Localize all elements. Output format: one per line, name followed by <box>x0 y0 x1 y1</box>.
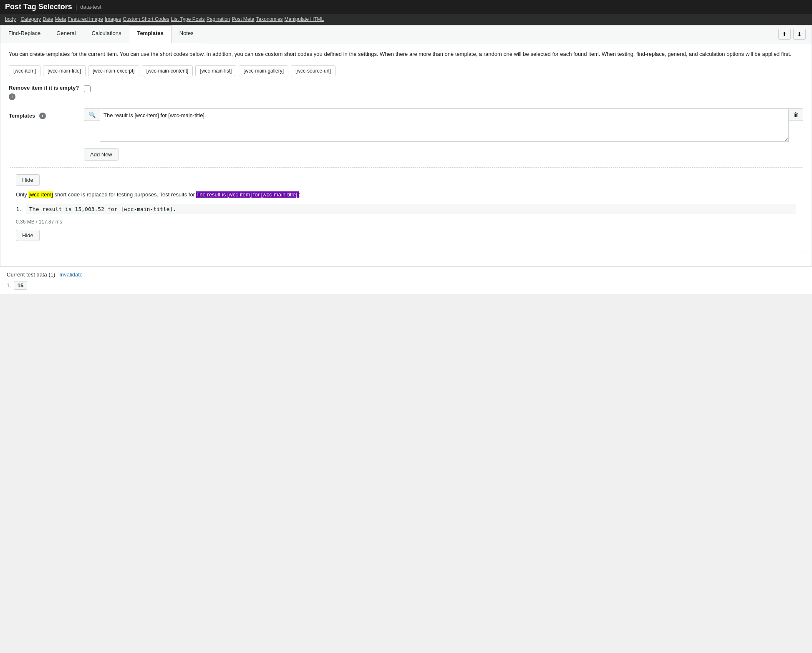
nav-featured-image[interactable]: Featured Image <box>68 16 103 23</box>
shortcode-wcc-main-excerpt[interactable]: [wcc-main-excerpt] <box>88 65 139 76</box>
templates-label-col: Templates i <box>9 108 84 119</box>
test-metrics: 0.36 MB / 117.87 ms <box>16 219 796 225</box>
separator: | <box>76 4 77 10</box>
template-search-button[interactable]: 🔍 <box>84 108 100 121</box>
invalidate-link[interactable]: Invalidate <box>59 271 83 278</box>
tab-calculations[interactable]: Calculations <box>84 25 129 43</box>
test-description: Only [wcc-item] short code is replaced f… <box>16 191 796 199</box>
page-title: Post Tag Selectors <box>5 3 72 11</box>
add-new-button[interactable]: Add New <box>84 148 119 161</box>
tab-notes[interactable]: Notes <box>171 25 202 43</box>
test-desc-before: Only <box>16 191 28 198</box>
main-container: Find-Replace General Calculations Templa… <box>0 25 812 267</box>
test-box: Hide Only [wcc-item] short code is repla… <box>9 167 803 253</box>
remove-item-info-icon[interactable]: i <box>9 93 15 100</box>
templates-row: Templates i 🔍 The result is [wcc-item] f… <box>9 108 803 142</box>
remove-item-row: Remove item if it is empty? i <box>9 85 803 100</box>
upload-icon-button[interactable]: ⬆ <box>778 29 791 40</box>
nav-pagination[interactable]: Pagination <box>207 16 230 23</box>
current-test-data-label: Current test data (1) <box>7 271 55 278</box>
shortcode-wcc-main-title[interactable]: [wcc-main-title] <box>43 65 86 76</box>
hide-button-bottom[interactable]: Hide <box>16 230 40 241</box>
nav-images[interactable]: Images <box>105 16 121 23</box>
nav-list-type-posts[interactable]: List Type Posts <box>171 16 205 23</box>
templates-info-icon[interactable]: i <box>39 113 46 119</box>
content-area: You can create templates for the current… <box>0 43 812 266</box>
shortcode-wcc-source-url[interactable]: [wcc-source-url] <box>291 65 335 76</box>
shortcode-wcc-main-gallery[interactable]: [wcc-main-gallery] <box>239 65 288 76</box>
download-icon-button[interactable]: ⬇ <box>793 29 806 40</box>
tab-icons: ⬆ ⬇ <box>772 25 812 43</box>
page-subtitle: data-test <box>80 4 101 10</box>
tabs: Find-Replace General Calculations Templa… <box>0 25 812 43</box>
test-result-list: The result is 15,003.52 for [wcc-main-ti… <box>16 204 796 214</box>
test-shortcode-highlight: [wcc-item] <box>28 191 53 198</box>
test-data-row: 1. 15 <box>7 281 83 290</box>
shortcode-buttons: [wcc-item] [wcc-main-title] [wcc-main-ex… <box>9 65 803 76</box>
test-result-item: The result is 15,003.52 for [wcc-main-ti… <box>26 204 796 214</box>
nav-category[interactable]: Category <box>20 16 41 23</box>
test-data-number: 1. <box>7 282 11 289</box>
templates-content: 🔍 The result is [wcc-item] for [wcc-main… <box>84 108 803 142</box>
nav-date[interactable]: Date <box>43 16 53 23</box>
template-delete-button[interactable]: 🗑 <box>789 108 803 121</box>
nav-post-meta[interactable]: Post Meta <box>232 16 255 23</box>
shortcode-wcc-main-content[interactable]: [wcc-main-content] <box>142 65 193 76</box>
test-data-value: 15 <box>14 281 27 290</box>
test-result-highlight: The result is [wcc-item] for [wcc-main-t… <box>196 191 299 198</box>
nav-taxonomies[interactable]: Taxonomies <box>256 16 283 23</box>
shortcode-wcc-main-list[interactable]: [wcc-main-list] <box>195 65 236 76</box>
remove-item-checkbox[interactable] <box>84 85 91 92</box>
test-desc-after: : <box>299 191 300 198</box>
remove-item-label: Remove item if it is empty? <box>9 85 79 91</box>
hide-button-top[interactable]: Hide <box>16 174 40 186</box>
tab-templates[interactable]: Templates <box>129 25 171 43</box>
nav-custom-short-codes[interactable]: Custom Short Codes <box>123 16 169 23</box>
top-bar: Post Tag Selectors | data-test <box>0 0 812 14</box>
bottom-bar-content: Current test data (1) Invalidate 1. 15 <box>7 271 83 290</box>
nav-bar: body | Category Date Meta Featured Image… <box>0 14 812 25</box>
nav-manipulate-html[interactable]: Manipulate HTML <box>285 16 324 23</box>
tab-general[interactable]: General <box>48 25 83 43</box>
template-textarea[interactable]: The result is [wcc-item] for [wcc-main-t… <box>100 108 789 142</box>
shortcode-wcc-item[interactable]: [wcc-item] <box>9 65 40 76</box>
bottom-bar: Current test data (1) Invalidate 1. 15 <box>0 267 812 294</box>
templates-label: Templates <box>9 112 35 118</box>
tab-find-replace[interactable]: Find-Replace <box>0 25 48 43</box>
nav-body[interactable]: body <box>5 16 16 23</box>
nav-meta[interactable]: Meta <box>55 16 66 23</box>
test-desc-middle: short code is replaced for testing purpo… <box>53 191 196 198</box>
description-text: You can create templates for the current… <box>9 50 803 59</box>
